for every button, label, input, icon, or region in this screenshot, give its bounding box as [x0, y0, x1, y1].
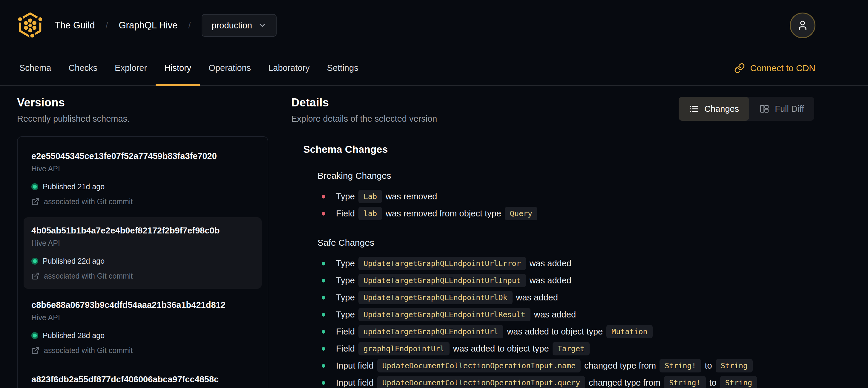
code-chip: UpdateTargetGraphQLEndpointUrlOk: [359, 291, 513, 304]
external-link-icon: [31, 347, 39, 355]
change-text: Type: [336, 191, 355, 202]
safe-changes-title: Safe Changes: [317, 238, 814, 248]
version-list: e2e55045345ce13fe07f52a77459b83fa3fe7020…: [17, 136, 268, 388]
external-link-icon: [31, 198, 39, 206]
chevron-down-icon: [258, 21, 267, 30]
main-content: Versions Recently published schemas. e2e…: [0, 86, 868, 388]
published-dot-icon: [31, 183, 38, 190]
change-row: TypeUpdateTargetGraphQLEndpointUrlResult…: [322, 306, 814, 323]
connect-to-cdn-button[interactable]: Connect to CDN: [734, 63, 815, 73]
publish-status: Published 22d ago: [31, 257, 254, 265]
change-text: Type: [336, 259, 355, 268]
change-text: was removed from object type: [385, 209, 501, 218]
tab-explorer[interactable]: Explorer: [106, 51, 156, 85]
safe-changes-list: TypeUpdateTargetGraphQLEndpointUrlErrorw…: [322, 255, 814, 388]
change-text: was added to object type: [453, 344, 549, 354]
version-card[interactable]: c8b6e88a06793b9c4dfd54aaa21b36a1b421d812…: [24, 292, 262, 363]
code-chip: Lab: [359, 190, 382, 203]
bullet-icon: [322, 296, 325, 300]
change-row: TypeUpdateTargetGraphQLEndpointUrlOkwas …: [322, 289, 814, 306]
code-chip: Mutation: [606, 325, 652, 338]
schema-changes-section: Schema Changes Breaking Changes TypeLabw…: [291, 144, 814, 388]
connect-to-cdn-label: Connect to CDN: [750, 63, 815, 73]
change-text: Field: [336, 327, 355, 336]
change-row: Fieldlabwas removed from object typeQuer…: [322, 205, 814, 222]
target-selector-dropdown[interactable]: production: [202, 14, 277, 37]
version-hash: c8b6e88a06793b9c4dfd54aaa21b36a1b421d812: [31, 300, 254, 310]
change-text: Type: [336, 293, 355, 302]
version-hash: e2e55045345ce13fe07f52a77459b83fa3fe7020: [31, 151, 254, 161]
user-icon: [797, 20, 808, 31]
breaking-changes-title: Breaking Changes: [317, 171, 814, 181]
change-text: Field: [336, 209, 355, 218]
code-chip: String: [716, 359, 753, 372]
breadcrumb-separator: /: [188, 21, 191, 30]
tab-history[interactable]: History: [156, 51, 200, 85]
code-chip: String: [720, 376, 757, 388]
version-hash: a823f6db2a55df877dcf406006abca97fcc4858c: [31, 375, 254, 384]
change-text: to: [705, 361, 712, 371]
change-text: Input field: [336, 378, 374, 388]
bullet-icon: [322, 381, 325, 385]
published-dot-icon: [31, 332, 38, 339]
details-panel: Details Explore details of the selected …: [291, 96, 814, 388]
tab-operations[interactable]: Operations: [200, 51, 259, 85]
changes-toggle-button[interactable]: Changes: [679, 97, 749, 121]
change-text: was added: [530, 259, 571, 268]
tab-schema[interactable]: Schema: [11, 51, 60, 85]
breaking-changes-list: TypeLabwas removedFieldlabwas removed fr…: [322, 188, 814, 222]
git-commit-link[interactable]: associated with Git commit: [31, 346, 254, 355]
service-name: Hive API: [31, 239, 254, 247]
user-menu-button[interactable]: [790, 12, 815, 38]
change-row: Input fieldUpdateDocumentCollectionOpera…: [322, 374, 814, 388]
tab-list: SchemaChecksExplorerHistoryOperationsLab…: [11, 51, 367, 85]
hive-logo-icon[interactable]: [17, 12, 43, 38]
publish-status: Published 21d ago: [31, 182, 254, 191]
tab-checks[interactable]: Checks: [60, 51, 106, 85]
external-link-icon: [31, 272, 39, 280]
change-text: to: [709, 378, 717, 388]
change-row: FieldupdateTargetGraphQLEndpointUrlwas a…: [322, 323, 814, 340]
code-chip: UpdateDocumentCollectionOperationInput.q…: [377, 376, 585, 388]
breadcrumb: The Guild / GraphQL Hive / production: [55, 14, 277, 37]
full-diff-toggle-button[interactable]: Full Diff: [749, 97, 814, 121]
split-columns-icon: [759, 104, 769, 114]
tab-settings[interactable]: Settings: [318, 51, 367, 85]
schema-changes-title: Schema Changes: [303, 144, 814, 155]
change-text: changed type from: [589, 378, 660, 388]
change-row: TypeUpdateTargetGraphQLEndpointUrlInputw…: [322, 272, 814, 289]
code-chip: String!: [664, 376, 706, 388]
code-chip: Query: [505, 207, 537, 220]
details-header: Details Explore details of the selected …: [291, 96, 814, 124]
change-text: Input field: [336, 361, 374, 371]
git-commit-link[interactable]: associated with Git commit: [31, 197, 254, 206]
change-row: FieldgraphqlEndpointUrlwas added to obje…: [322, 340, 814, 357]
list-icon: [689, 104, 699, 114]
code-chip: UpdateTargetGraphQLEndpointUrlResult: [359, 308, 530, 321]
service-name: Hive API: [31, 313, 254, 322]
git-commit-link[interactable]: associated with Git commit: [31, 272, 254, 280]
top-bar: The Guild / GraphQL Hive / production: [0, 0, 868, 51]
code-chip: UpdateDocumentCollectionOperationInput.n…: [377, 359, 581, 372]
code-chip: graphqlEndpointUrl: [359, 342, 450, 355]
details-title: Details: [291, 96, 437, 109]
code-chip: updateTargetGraphQLEndpointUrl: [359, 325, 504, 338]
versions-panel: Versions Recently published schemas. e2e…: [17, 96, 268, 388]
nav-tab-bar: SchemaChecksExplorerHistoryOperationsLab…: [0, 51, 868, 86]
version-card[interactable]: a823f6db2a55df877dcf406006abca97fcc4858c…: [24, 366, 262, 388]
code-chip: UpdateTargetGraphQLEndpointUrlError: [359, 257, 526, 270]
published-dot-icon: [31, 258, 38, 265]
version-card[interactable]: e2e55045345ce13fe07f52a77459b83fa3fe7020…: [24, 143, 262, 214]
tab-laboratory[interactable]: Laboratory: [259, 51, 318, 85]
publish-status: Published 28d ago: [31, 331, 254, 340]
code-chip: String!: [659, 359, 701, 372]
version-card[interactable]: 4b05ab51b1b4a7e2e4b0ef82172f2b9f7ef98c0b…: [24, 217, 262, 289]
bullet-icon: [322, 279, 325, 282]
breadcrumb-org[interactable]: The Guild: [55, 20, 95, 31]
code-chip: Target: [553, 342, 590, 355]
code-chip: lab: [359, 207, 382, 220]
breadcrumb-project[interactable]: GraphQL Hive: [119, 20, 178, 31]
change-text: Type: [336, 310, 355, 320]
change-row: TypeUpdateTargetGraphQLEndpointUrlErrorw…: [322, 255, 814, 272]
link-icon: [734, 63, 745, 73]
